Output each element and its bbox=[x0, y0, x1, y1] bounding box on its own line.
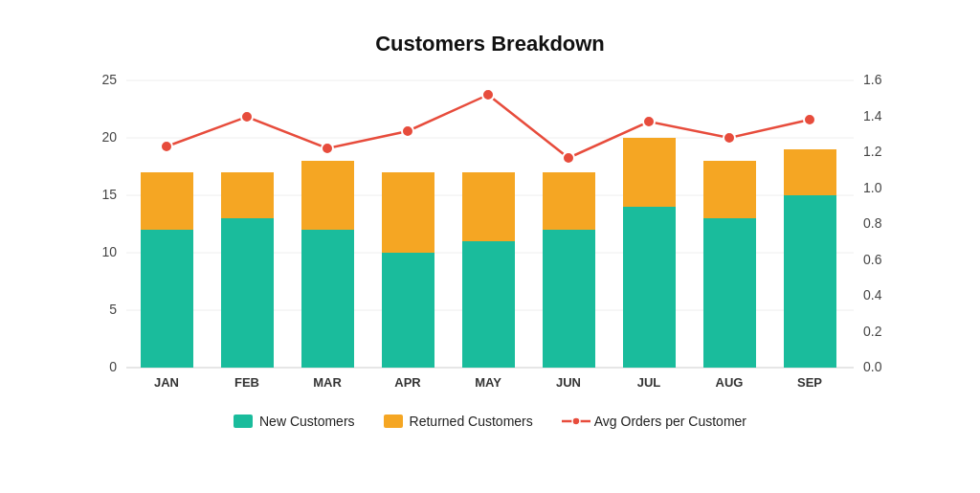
legend: New Customers Returned Customers Avg Ord… bbox=[78, 414, 902, 429]
bar-ret-jun bbox=[543, 172, 595, 230]
bar-new-jun bbox=[543, 230, 595, 368]
svg-text:20: 20 bbox=[101, 129, 117, 145]
bar-new-jan bbox=[141, 230, 193, 368]
bar-ret-apr bbox=[382, 172, 434, 253]
svg-text:FEB: FEB bbox=[234, 375, 259, 390]
svg-text:15: 15 bbox=[101, 187, 117, 202]
svg-point-31 bbox=[572, 417, 580, 425]
svg-text:APR: APR bbox=[394, 375, 421, 390]
dot-jul bbox=[643, 116, 655, 127]
legend-label-avg: Avg Orders per Customer bbox=[594, 414, 746, 429]
bar-ret-sep bbox=[784, 149, 836, 195]
svg-text:0.4: 0.4 bbox=[863, 287, 882, 303]
avg-orders-line bbox=[167, 95, 810, 158]
svg-text:JUN: JUN bbox=[556, 375, 581, 390]
svg-text:25: 25 bbox=[101, 72, 117, 87]
svg-text:MAR: MAR bbox=[313, 375, 342, 390]
bar-ret-mar bbox=[301, 161, 354, 230]
bar-new-sep bbox=[784, 195, 836, 368]
svg-text:AUG: AUG bbox=[716, 375, 744, 390]
dot-sep bbox=[804, 114, 815, 125]
svg-text:0.0: 0.0 bbox=[863, 359, 882, 374]
bar-ret-aug bbox=[703, 161, 756, 218]
svg-text:0.8: 0.8 bbox=[863, 215, 882, 231]
legend-line-svg bbox=[562, 415, 590, 428]
svg-text:10: 10 bbox=[101, 244, 117, 259]
dot-jan bbox=[161, 141, 172, 152]
svg-text:MAY: MAY bbox=[475, 375, 501, 390]
svg-text:JAN: JAN bbox=[154, 375, 179, 390]
chart-area: 0 5 10 15 20 25 0.0 0.2 0.4 0.6 0.8 1.0 … bbox=[78, 71, 902, 396]
bar-ret-jan bbox=[141, 172, 193, 230]
legend-swatch-returned bbox=[384, 415, 403, 428]
svg-text:1.0: 1.0 bbox=[863, 180, 882, 195]
svg-text:0.2: 0.2 bbox=[863, 324, 882, 339]
svg-text:1.6: 1.6 bbox=[863, 72, 882, 87]
legend-avg-orders: Avg Orders per Customer bbox=[562, 414, 746, 429]
bar-ret-jul bbox=[623, 138, 676, 207]
bar-new-jul bbox=[623, 207, 676, 368]
svg-text:1.2: 1.2 bbox=[863, 144, 882, 159]
dot-apr bbox=[402, 125, 413, 137]
bar-ret-may bbox=[462, 172, 515, 241]
legend-label-returned: Returned Customers bbox=[410, 414, 533, 429]
svg-text:SEP: SEP bbox=[797, 375, 822, 390]
dot-may bbox=[482, 89, 494, 101]
bar-new-mar bbox=[301, 230, 354, 368]
dot-feb bbox=[241, 111, 253, 123]
svg-text:5: 5 bbox=[109, 302, 117, 317]
legend-new-customers: New Customers bbox=[234, 414, 355, 429]
bar-new-feb bbox=[221, 218, 274, 368]
bar-new-may bbox=[462, 241, 515, 368]
dot-jun bbox=[563, 152, 574, 164]
chart-title: Customers Breakdown bbox=[78, 32, 902, 56]
svg-text:0.6: 0.6 bbox=[863, 252, 882, 267]
svg-text:JUL: JUL bbox=[637, 375, 661, 390]
legend-returned-customers: Returned Customers bbox=[384, 414, 533, 429]
bar-new-apr bbox=[382, 253, 434, 368]
dot-mar bbox=[322, 143, 333, 154]
bar-new-aug bbox=[703, 218, 756, 368]
svg-text:0: 0 bbox=[109, 359, 117, 374]
svg-text:1.4: 1.4 bbox=[863, 108, 882, 123]
dot-aug bbox=[724, 132, 735, 144]
legend-swatch-new bbox=[234, 415, 253, 428]
bar-ret-feb bbox=[221, 172, 274, 218]
legend-label-new: New Customers bbox=[259, 414, 355, 429]
chart-svg: 0 5 10 15 20 25 0.0 0.2 0.4 0.6 0.8 1.0 … bbox=[78, 71, 902, 396]
chart-container: Customers Breakdown 0 5 10 15 20 25 0.0 bbox=[21, 12, 959, 482]
